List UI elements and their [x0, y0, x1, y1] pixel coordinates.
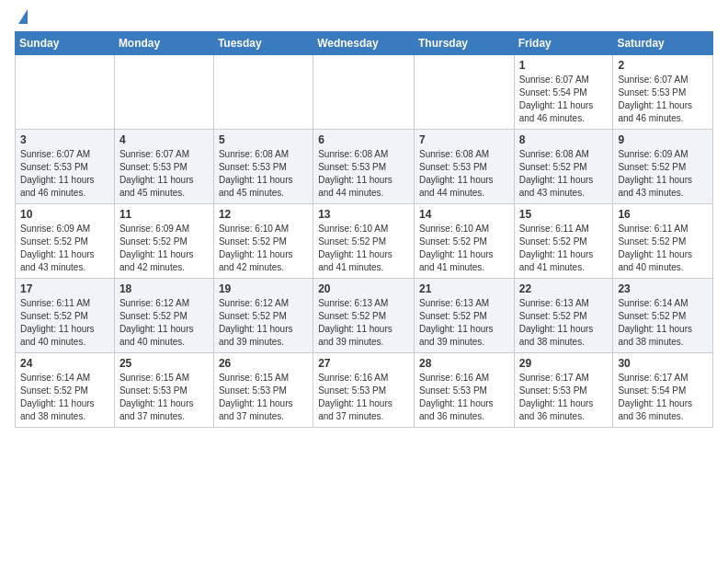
- day-info: Sunrise: 6:12 AM Sunset: 5:52 PM Dayligh…: [119, 297, 209, 349]
- calendar-cell: 24Sunrise: 6:14 AM Sunset: 5:52 PM Dayli…: [16, 353, 115, 428]
- calendar-cell: [114, 55, 213, 130]
- day-info: Sunrise: 6:13 AM Sunset: 5:52 PM Dayligh…: [419, 297, 509, 349]
- calendar-cell: 10Sunrise: 6:09 AM Sunset: 5:52 PM Dayli…: [16, 204, 115, 279]
- day-number: 16: [618, 208, 708, 221]
- day-info: Sunrise: 6:09 AM Sunset: 5:52 PM Dayligh…: [20, 223, 109, 274]
- calendar-cell: 26Sunrise: 6:15 AM Sunset: 5:53 PM Dayli…: [213, 353, 313, 428]
- calendar-cell: 15Sunrise: 6:11 AM Sunset: 5:52 PM Dayli…: [514, 204, 613, 279]
- calendar-cell: 8Sunrise: 6:08 AM Sunset: 5:52 PM Daylig…: [514, 130, 613, 204]
- day-info: Sunrise: 6:10 AM Sunset: 5:52 PM Dayligh…: [419, 223, 509, 274]
- calendar-cell: 17Sunrise: 6:11 AM Sunset: 5:52 PM Dayli…: [16, 279, 115, 353]
- day-number: 9: [618, 133, 708, 146]
- day-info: Sunrise: 6:09 AM Sunset: 5:52 PM Dayligh…: [618, 148, 708, 200]
- day-info: Sunrise: 6:11 AM Sunset: 5:52 PM Dayligh…: [519, 223, 609, 274]
- day-info: Sunrise: 6:12 AM Sunset: 5:52 PM Dayligh…: [219, 297, 308, 349]
- day-number: 5: [219, 133, 308, 146]
- calendar-week-3: 10Sunrise: 6:09 AM Sunset: 5:52 PM Dayli…: [16, 204, 713, 279]
- calendar-cell: 1Sunrise: 6:07 AM Sunset: 5:54 PM Daylig…: [514, 55, 613, 130]
- day-info: Sunrise: 6:16 AM Sunset: 5:53 PM Dayligh…: [318, 372, 409, 423]
- header-monday: Monday: [114, 32, 213, 55]
- day-info: Sunrise: 6:10 AM Sunset: 5:52 PM Dayligh…: [219, 223, 308, 274]
- calendar-week-4: 17Sunrise: 6:11 AM Sunset: 5:52 PM Dayli…: [16, 279, 713, 353]
- calendar-cell: 23Sunrise: 6:14 AM Sunset: 5:52 PM Dayli…: [613, 279, 713, 353]
- day-info: Sunrise: 6:17 AM Sunset: 5:53 PM Dayligh…: [519, 372, 609, 423]
- calendar-cell: 30Sunrise: 6:17 AM Sunset: 5:54 PM Dayli…: [613, 353, 713, 428]
- day-info: Sunrise: 6:07 AM Sunset: 5:54 PM Dayligh…: [519, 74, 609, 125]
- day-number: 4: [119, 133, 209, 146]
- day-number: 13: [318, 208, 409, 221]
- calendar-cell: [213, 55, 313, 130]
- day-info: Sunrise: 6:07 AM Sunset: 5:53 PM Dayligh…: [618, 74, 708, 125]
- day-number: 8: [519, 133, 609, 146]
- day-info: Sunrise: 6:13 AM Sunset: 5:52 PM Dayligh…: [519, 297, 609, 349]
- day-info: Sunrise: 6:16 AM Sunset: 5:53 PM Dayligh…: [419, 372, 509, 423]
- day-number: 20: [318, 282, 409, 295]
- day-number: 19: [219, 282, 308, 295]
- calendar-cell: 12Sunrise: 6:10 AM Sunset: 5:52 PM Dayli…: [213, 204, 313, 279]
- day-number: 29: [519, 357, 609, 370]
- day-number: 17: [20, 282, 109, 295]
- calendar-cell: 29Sunrise: 6:17 AM Sunset: 5:53 PM Dayli…: [514, 353, 613, 428]
- day-info: Sunrise: 6:17 AM Sunset: 5:54 PM Dayligh…: [618, 372, 708, 423]
- day-number: 1: [519, 59, 609, 72]
- day-info: Sunrise: 6:13 AM Sunset: 5:52 PM Dayligh…: [318, 297, 409, 349]
- calendar-cell: 14Sunrise: 6:10 AM Sunset: 5:52 PM Dayli…: [414, 204, 514, 279]
- header-wednesday: Wednesday: [313, 32, 415, 55]
- day-number: 21: [419, 282, 509, 295]
- calendar-cell: 9Sunrise: 6:09 AM Sunset: 5:52 PM Daylig…: [613, 130, 713, 204]
- header-thursday: Thursday: [414, 32, 514, 55]
- calendar-cell: 25Sunrise: 6:15 AM Sunset: 5:53 PM Dayli…: [114, 353, 213, 428]
- day-number: 10: [20, 208, 109, 221]
- day-info: Sunrise: 6:09 AM Sunset: 5:52 PM Dayligh…: [119, 223, 209, 274]
- day-info: Sunrise: 6:08 AM Sunset: 5:53 PM Dayligh…: [419, 148, 509, 200]
- day-info: Sunrise: 6:15 AM Sunset: 5:53 PM Dayligh…: [219, 372, 308, 423]
- calendar-cell: 27Sunrise: 6:16 AM Sunset: 5:53 PM Dayli…: [313, 353, 415, 428]
- day-number: 3: [20, 133, 109, 146]
- day-number: 2: [618, 59, 708, 72]
- calendar-header: Sunday Monday Tuesday Wednesday Thursday…: [16, 32, 713, 55]
- day-number: 26: [219, 357, 308, 370]
- day-number: 22: [519, 282, 609, 295]
- header-friday: Friday: [514, 32, 613, 55]
- calendar-cell: 20Sunrise: 6:13 AM Sunset: 5:52 PM Dayli…: [313, 279, 415, 353]
- calendar-cell: [414, 55, 514, 130]
- calendar-cell: 11Sunrise: 6:09 AM Sunset: 5:52 PM Dayli…: [114, 204, 213, 279]
- calendar-cell: 21Sunrise: 6:13 AM Sunset: 5:52 PM Dayli…: [414, 279, 514, 353]
- calendar-cell: 4Sunrise: 6:07 AM Sunset: 5:53 PM Daylig…: [114, 130, 213, 204]
- day-number: 6: [318, 133, 409, 146]
- day-number: 28: [419, 357, 509, 370]
- calendar-table: Sunday Monday Tuesday Wednesday Thursday…: [15, 31, 713, 428]
- weekday-row: Sunday Monday Tuesday Wednesday Thursday…: [16, 32, 713, 55]
- calendar-cell: 6Sunrise: 6:08 AM Sunset: 5:53 PM Daylig…: [313, 130, 415, 204]
- day-info: Sunrise: 6:08 AM Sunset: 5:53 PM Dayligh…: [219, 148, 308, 200]
- day-number: 11: [119, 208, 209, 221]
- calendar-cell: 3Sunrise: 6:07 AM Sunset: 5:53 PM Daylig…: [16, 130, 115, 204]
- calendar-cell: 13Sunrise: 6:10 AM Sunset: 5:52 PM Dayli…: [313, 204, 415, 279]
- calendar-cell: 22Sunrise: 6:13 AM Sunset: 5:52 PM Dayli…: [514, 279, 613, 353]
- day-info: Sunrise: 6:08 AM Sunset: 5:52 PM Dayligh…: [519, 148, 609, 200]
- calendar-cell: [16, 55, 115, 130]
- day-info: Sunrise: 6:07 AM Sunset: 5:53 PM Dayligh…: [20, 148, 109, 200]
- calendar-cell: 16Sunrise: 6:11 AM Sunset: 5:52 PM Dayli…: [613, 204, 713, 279]
- day-info: Sunrise: 6:15 AM Sunset: 5:53 PM Dayligh…: [119, 372, 209, 423]
- header: [15, 9, 713, 24]
- day-info: Sunrise: 6:14 AM Sunset: 5:52 PM Dayligh…: [20, 372, 109, 423]
- day-info: Sunrise: 6:14 AM Sunset: 5:52 PM Dayligh…: [618, 297, 708, 349]
- calendar-week-1: 1Sunrise: 6:07 AM Sunset: 5:54 PM Daylig…: [16, 55, 713, 130]
- header-saturday: Saturday: [613, 32, 713, 55]
- day-number: 27: [318, 357, 409, 370]
- day-number: 24: [20, 357, 109, 370]
- day-number: 7: [419, 133, 509, 146]
- day-number: 25: [119, 357, 209, 370]
- calendar-cell: 28Sunrise: 6:16 AM Sunset: 5:53 PM Dayli…: [414, 353, 514, 428]
- day-number: 14: [419, 208, 509, 221]
- day-number: 15: [519, 208, 609, 221]
- calendar-cell: 2Sunrise: 6:07 AM Sunset: 5:53 PM Daylig…: [613, 55, 713, 130]
- day-info: Sunrise: 6:11 AM Sunset: 5:52 PM Dayligh…: [20, 297, 109, 349]
- day-number: 12: [219, 208, 308, 221]
- calendar-cell: [313, 55, 415, 130]
- calendar-cell: 7Sunrise: 6:08 AM Sunset: 5:53 PM Daylig…: [414, 130, 514, 204]
- day-number: 30: [618, 357, 708, 370]
- calendar-cell: 19Sunrise: 6:12 AM Sunset: 5:52 PM Dayli…: [213, 279, 313, 353]
- logo-triangle-icon: [18, 9, 28, 24]
